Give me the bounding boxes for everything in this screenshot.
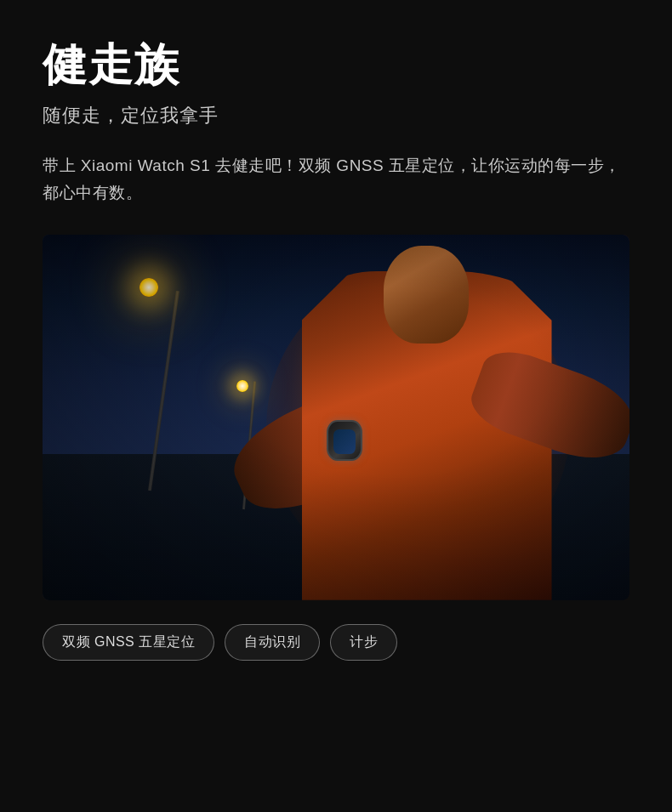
tag-auto-detect[interactable]: 自动识别	[225, 624, 320, 661]
feature-tags: 双频 GNSS 五星定位 自动识别 计步	[43, 624, 629, 661]
main-title: 健走族	[43, 41, 629, 89]
hero-image	[43, 235, 629, 600]
tag-step-count[interactable]: 计步	[330, 624, 397, 661]
tag-gnss[interactable]: 双频 GNSS 五星定位	[43, 624, 214, 661]
hero-image-scene	[43, 235, 629, 600]
vignette-overlay	[43, 235, 629, 600]
subtitle: 随便走，定位我拿手	[43, 103, 629, 128]
description: 带上 Xiaomi Watch S1 去健走吧！双频 GNSS 五星定位，让你运…	[43, 152, 629, 207]
page-container: 健走族 随便走，定位我拿手 带上 Xiaomi Watch S1 去健走吧！双频…	[0, 0, 672, 812]
